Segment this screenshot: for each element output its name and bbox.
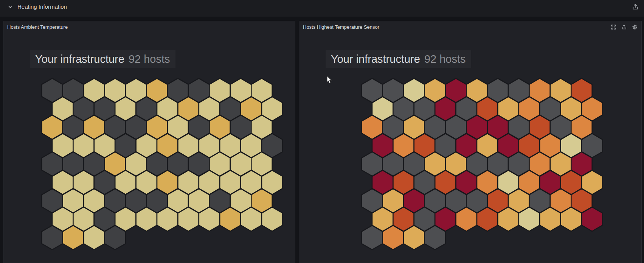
panel-hosts-highest-temperature-sensor: Hosts Highest Temperature Sensor [299,21,642,263]
share-button[interactable] [631,3,639,11]
share-icon [632,3,639,10]
dashboard-row-header: Heating Information [0,0,644,17]
chevron-down-icon [8,4,13,9]
panel-hosts-ambient-temperature: Hosts Ambient Temperature Your infrastru… [3,21,295,263]
hexmap-sensor[interactable] [299,21,641,263]
hexmap-ambient[interactable] [3,21,295,263]
row-title: Heating Information [17,3,67,10]
row-collapse-toggle[interactable]: Heating Information [0,0,67,10]
